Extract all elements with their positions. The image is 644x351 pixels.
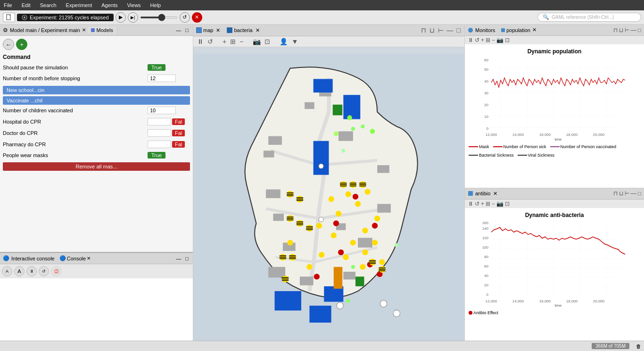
console-stop-btn[interactable]: ⛔ [51, 266, 61, 276]
monitor-sync1[interactable]: ⊓ [613, 27, 618, 33]
menu-agents[interactable]: Agents [99, 1, 119, 9]
console-max-icon[interactable]: □ [184, 255, 190, 262]
close-bacteria-tab[interactable]: ✕ [256, 27, 260, 33]
vaccinated-12 [362, 250, 368, 255]
console-refresh-btn[interactable]: ↺ [39, 266, 49, 276]
search-bar[interactable]: 🔍 GAML reference (Shift+Ctrl...) [537, 13, 641, 22]
console-tab[interactable]: 🔵 Console ✕ [59, 255, 91, 261]
doctor-input[interactable] [148, 129, 171, 137]
pop-camera[interactable]: 📷 [496, 37, 504, 43]
svg-rect-58 [501, 28, 505, 32]
monitor-max1[interactable]: □ [638, 27, 641, 33]
stop-button[interactable]: ✕ [192, 12, 202, 23]
monitor-unlink1[interactable]: ⊔ [619, 27, 623, 33]
antibio-fit[interactable]: ⊡ [505, 201, 510, 207]
antibio-unlink[interactable]: ⊔ [619, 190, 623, 197]
map-plus-btn[interactable]: + [222, 37, 227, 46]
population-tab[interactable]: population ✕ [501, 27, 537, 33]
new-school-button[interactable]: New school...cin [3, 86, 190, 94]
pause-toggle[interactable]: True [148, 64, 165, 71]
pop-zoom-grid[interactable]: ⊞ [486, 37, 490, 43]
pop-zoom-out[interactable]: − [492, 37, 495, 43]
monitors-header: Monitors population ✕ ⊓ ⊔ ⊢ — □ [465, 25, 644, 36]
antibio-zoom-in[interactable]: + [481, 201, 484, 207]
antibio-zoom-grid[interactable]: ⊞ [486, 201, 490, 207]
months-input[interactable] [148, 75, 176, 82]
bacteria-tab[interactable]: bacteria ✕ [227, 27, 259, 33]
remove-masks-button[interactable]: Remove all mas... [3, 162, 190, 171]
children-input[interactable] [148, 107, 176, 114]
play-button[interactable]: ▶ [116, 12, 126, 23]
map-toolbar: ⏸ ↺ + ⊞ − 📷 ⊡ 👤 ▼ [193, 36, 464, 47]
map-more-btn[interactable]: ▼ [290, 37, 299, 46]
close-antibio-tab[interactable]: ✕ [493, 191, 497, 197]
masks-toggle[interactable]: True [148, 152, 165, 159]
new-btn[interactable] [3, 13, 15, 22]
svg-rect-59 [491, 59, 625, 130]
bacteria-cluster-7 [297, 220, 303, 226]
doctor-toggle[interactable]: Fal [172, 130, 185, 136]
close-model-tab[interactable]: ✕ [82, 27, 86, 33]
menu-views[interactable]: Views [125, 1, 142, 9]
antibio-pause-btn[interactable]: ⏸ [468, 201, 473, 207]
interactive-console-tab[interactable]: Interactive console [11, 256, 55, 261]
nav-btn[interactable]: ⊢ [437, 26, 445, 34]
add-button[interactable]: + [16, 39, 27, 50]
map-agent-btn[interactable]: 👤 [279, 37, 289, 46]
menu-file[interactable]: File [2, 1, 14, 9]
hospital-input[interactable] [148, 118, 171, 125]
map-pause-btn[interactable]: ⏸ [196, 37, 205, 46]
map-fit-btn[interactable]: ⊡ [264, 37, 271, 46]
antibio-refresh-btn[interactable]: ↺ [475, 201, 479, 207]
minimize-icon[interactable]: — [174, 27, 182, 33]
pop-zoom-in[interactable]: + [481, 37, 484, 43]
monitor-min1[interactable]: — [631, 27, 636, 33]
pop-pause-btn[interactable]: ⏸ [468, 37, 473, 43]
back-button[interactable]: ← [3, 39, 14, 50]
menu-search[interactable]: Search [38, 1, 58, 9]
font-small-btn[interactable]: A [2, 266, 12, 276]
pharmacy-toggle[interactable]: Fal [172, 141, 185, 148]
close-console-tab[interactable]: ✕ [87, 256, 91, 261]
antibio-zoom-out[interactable]: − [492, 201, 495, 207]
vaccinated-16 [379, 259, 385, 265]
view-min-btn[interactable]: — [446, 26, 454, 34]
population-chart-area: Dynamic population 0 10 20 30 40 5 [465, 44, 644, 188]
menu-edit[interactable]: Edit [20, 1, 33, 9]
pop-fit[interactable]: ⊡ [505, 37, 510, 43]
map-camera-btn[interactable]: 📷 [252, 37, 262, 46]
map-grid-btn[interactable]: ⊞ [229, 37, 237, 46]
hospital-toggle[interactable]: Fal [172, 118, 185, 125]
close-population-tab[interactable]: ✕ [532, 27, 537, 33]
param-label-months: Number of month before stopping [3, 75, 148, 81]
monitor-nav1[interactable]: ⊢ [625, 27, 629, 33]
antibio-sync[interactable]: ⊓ [613, 190, 618, 197]
antibio-camera[interactable]: 📷 [496, 201, 504, 207]
antibio-min[interactable]: — [631, 190, 636, 197]
map-refresh-btn[interactable]: ↺ [206, 37, 214, 46]
step-button[interactable]: ▶| [128, 12, 138, 23]
antibio-max[interactable]: □ [638, 190, 641, 197]
pop-refresh-btn[interactable]: ↺ [475, 37, 479, 43]
menu-experiment[interactable]: Experiment [64, 1, 94, 9]
font-large-btn[interactable]: A [14, 266, 25, 276]
antibio-nav[interactable]: ⊢ [625, 190, 629, 197]
legend-antibio-effect: Antibio Effect [469, 310, 498, 315]
maximize-icon[interactable]: □ [184, 27, 190, 33]
map-tab[interactable]: map ✕ [196, 27, 220, 33]
pharmacy-input[interactable] [148, 141, 171, 148]
speed-slider[interactable] [140, 17, 178, 18]
view-max-btn[interactable]: □ [456, 26, 462, 34]
sync-btn[interactable]: ⊓ [420, 26, 427, 34]
close-map-tab[interactable]: ✕ [216, 27, 220, 33]
vaccinate-button[interactable]: Vaccinate ...chil [3, 96, 190, 105]
unlink-btn[interactable]: ⊔ [429, 26, 436, 34]
map-minus-btn[interactable]: − [239, 37, 244, 46]
svg-text:time: time [554, 137, 562, 142]
refresh-button[interactable]: ↺ [180, 12, 190, 23]
console-min-icon[interactable]: — [174, 255, 182, 262]
console-pause-btn[interactable]: ⏸ [26, 266, 37, 276]
models-tab[interactable]: Models [88, 27, 116, 33]
menu-help[interactable]: Help [149, 1, 163, 9]
trash-icon[interactable]: 🗑 [636, 343, 641, 349]
